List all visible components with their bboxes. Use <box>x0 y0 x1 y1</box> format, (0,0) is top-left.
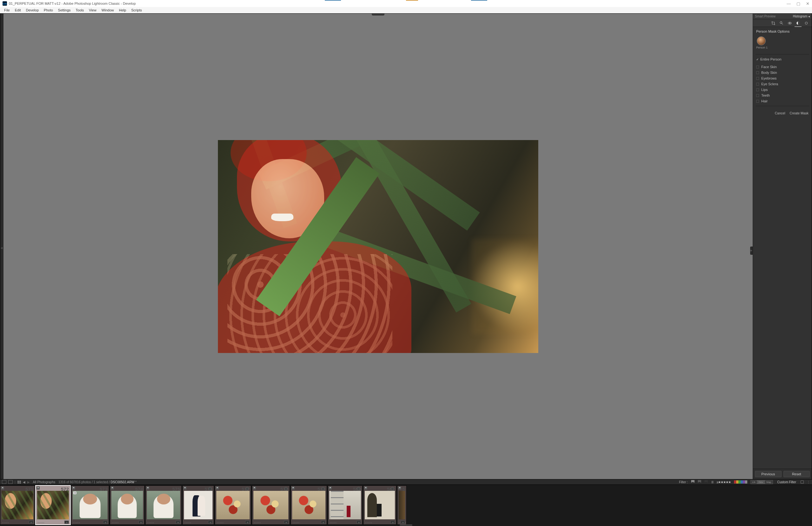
filter-color-chip-0[interactable] <box>734 480 736 483</box>
thumb-rating[interactable]: ••••• <box>293 522 300 524</box>
mask-option-eye-sclera[interactable]: Eye Sclera <box>756 81 809 87</box>
histogram-panel-header[interactable]: Histogram ◂ <box>793 15 810 18</box>
filter-color-chip-2[interactable] <box>738 480 741 483</box>
crop-tool-icon[interactable] <box>771 21 775 25</box>
thumbnail-573[interactable]: 573⚑3•••••⊞ <box>71 485 109 525</box>
window-maximize-button[interactable]: ▢ <box>796 1 800 6</box>
reset-button[interactable]: Reset <box>783 471 810 477</box>
thumb-flag-icon[interactable]: ⚑ <box>72 486 75 490</box>
filmstrip[interactable]: 571⚑•••••⊞572⚑•••••⊞573⚑3•••••⊞574⚑•••••… <box>0 485 812 526</box>
masking-tool-icon[interactable] <box>796 21 800 25</box>
mask-option-eyebrows[interactable]: Eyebrows <box>756 75 809 81</box>
thumb-rating[interactable]: ••••• <box>330 522 337 524</box>
thumb-flag-icon[interactable]: ⚑ <box>37 486 40 490</box>
thumb-flag-icon[interactable]: ⚑ <box>183 486 187 490</box>
source-crumb[interactable]: All Photographs <box>33 480 56 484</box>
forward-nav-icon[interactable]: ▶ <box>27 480 30 484</box>
menu-settings[interactable]: Settings <box>56 7 73 13</box>
thumb-flag-icon[interactable]: ⚑ <box>398 486 401 490</box>
grid-view-icon[interactable] <box>17 481 21 483</box>
filter-flag-rejected-icon[interactable] <box>705 480 708 484</box>
thumbnail-575[interactable]: 575⚑•••••⊞ <box>145 485 182 525</box>
cancel-button[interactable]: Cancel <box>775 111 785 115</box>
thumb-rating[interactable]: ••••• <box>147 522 155 524</box>
redeye-tool-icon[interactable] <box>787 21 792 25</box>
thumbnail-576[interactable]: 576⚑•••••⊞ <box>183 485 214 525</box>
window-close-button[interactable]: ✕ <box>806 1 810 6</box>
menu-develop[interactable]: Develop <box>24 7 41 13</box>
develop-canvas[interactable]: ▶ <box>3 14 753 479</box>
thumb-stack-count[interactable]: 3 <box>73 492 76 494</box>
spot-removal-tool-icon[interactable] <box>779 21 784 25</box>
filter-list-icon[interactable]: ≣ <box>711 480 714 484</box>
thumb-flag-icon[interactable]: ⚑ <box>364 486 367 490</box>
filter-flag-picked-icon[interactable] <box>691 480 695 484</box>
segment-dev[interactable]: Dev <box>757 480 765 484</box>
thumb-flag-icon[interactable]: ⚑ <box>291 486 295 490</box>
filmstrip-resize-handle[interactable] <box>400 524 412 526</box>
menu-help[interactable]: Help <box>117 7 129 13</box>
filter-color-chip-4[interactable] <box>743 480 745 483</box>
menu-view[interactable]: View <box>87 7 99 13</box>
thumb-rating[interactable]: ••••• <box>217 522 224 524</box>
menu-tools[interactable]: Tools <box>74 7 86 13</box>
main-photo-preview[interactable] <box>218 140 538 353</box>
left-panel-collapse-handle[interactable] <box>0 14 3 479</box>
filter-rating-stars[interactable]: ≥★★★★★ <box>717 480 731 484</box>
thumbnail-572[interactable]: 572⚑•••••⊞ <box>35 485 70 525</box>
thumb-flag-icon[interactable]: ⚑ <box>146 486 149 490</box>
thumb-flag-icon[interactable]: ⚑ <box>216 486 219 490</box>
thumb-rating[interactable]: ••••• <box>365 522 372 524</box>
thumb-rating[interactable]: ••••• <box>2 522 9 524</box>
window-minimize-button[interactable]: — <box>787 1 791 6</box>
mask-option-teeth[interactable]: Teeth <box>756 92 809 98</box>
thumbnail-571[interactable]: 571⚑•••••⊞ <box>0 485 35 525</box>
thumbnail-579[interactable]: 579⚑•••••⊞ <box>291 485 327 525</box>
create-mask-button[interactable]: Create Mask <box>789 111 809 115</box>
filter-color-chip-3[interactable] <box>741 480 743 483</box>
main-window-layout-icon[interactable] <box>2 480 6 484</box>
menu-edit[interactable]: Edit <box>13 7 23 13</box>
thumb-rating[interactable]: ••••• <box>73 522 80 524</box>
thumbnail-5[interactable]: 5⚑•••••⊞ <box>397 485 407 525</box>
thumb-flag-icon[interactable]: ⚑ <box>1 486 4 490</box>
filter-segmented-toggle[interactable]: LibDevMap <box>751 480 773 484</box>
custom-filter-dropdown[interactable]: Custom Filter <box>776 480 797 484</box>
thumb-rating[interactable]: ••••• <box>254 522 261 524</box>
thumbnail-580[interactable]: 580⚑•••••⊞ <box>328 485 363 525</box>
thumb-flag-icon[interactable]: ⚑ <box>111 486 114 490</box>
thumb-flag-icon[interactable]: ⚑ <box>329 486 332 490</box>
thumb-rating[interactable]: ••••• <box>185 522 192 524</box>
segment-map[interactable]: Map <box>765 480 773 484</box>
previous-button[interactable]: Previous <box>755 471 782 477</box>
thumbnail-578[interactable]: 578⚑•••••⊞ <box>252 485 290 525</box>
brush-tool-icon[interactable] <box>804 21 809 25</box>
secondary-window-layout-icon[interactable] <box>8 480 13 484</box>
thumbnail-581[interactable]: 581⚑•••••⊞ <box>363 485 396 525</box>
mask-option-lips[interactable]: Lips <box>756 87 809 92</box>
thumbnail-577[interactable]: 577⚑•••••⊞ <box>215 485 251 525</box>
thumbnail-574[interactable]: 574⚑•••••⊞ <box>110 485 145 525</box>
thumb-flag-icon[interactable]: ⚑ <box>253 486 256 490</box>
thumb-rating[interactable]: ••••• <box>112 522 119 524</box>
segment-lib[interactable]: Lib <box>751 480 757 484</box>
person-1-thumbnail[interactable] <box>757 36 766 45</box>
menu-file[interactable]: File <box>2 7 12 13</box>
filter-color-chip-1[interactable] <box>736 480 738 483</box>
top-panel-collapse-handle[interactable] <box>372 14 385 16</box>
filter-lock-icon[interactable] <box>801 480 804 483</box>
menu-scripts[interactable]: Scripts <box>129 7 144 13</box>
filter-color-chip-5[interactable] <box>745 480 747 483</box>
thumb-image <box>147 491 180 519</box>
back-nav-icon[interactable]: ◀ <box>23 480 25 484</box>
filter-menu-icon[interactable]: ⋮ <box>807 480 810 484</box>
right-panel-collapse-handle[interactable]: ▶ <box>750 246 753 255</box>
mask-option-hair[interactable]: Hair <box>756 98 809 104</box>
mask-option-face-skin[interactable]: Face Skin <box>756 64 809 70</box>
mask-option-entire-person[interactable]: Entire Person <box>756 56 809 62</box>
filter-flag-unflagged-icon[interactable] <box>698 480 701 484</box>
mask-option-body-skin[interactable]: Body Skin <box>756 70 809 75</box>
thumb-rating[interactable]: ••••• <box>38 522 45 524</box>
menu-photo[interactable]: Photo <box>42 7 55 13</box>
menu-window[interactable]: Window <box>99 7 116 13</box>
